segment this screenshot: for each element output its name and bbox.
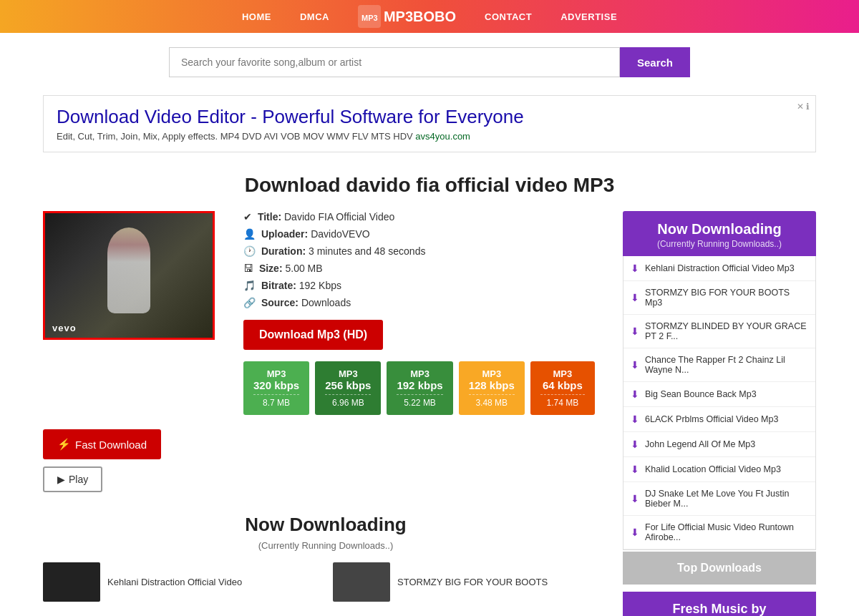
sidebar-item-1[interactable]: ⬇ STORMZY BIG FOR YOUR BOOTS Mp3	[623, 281, 815, 315]
ad-subtitle: Edit, Cut, Trim, Join, Mix, Apply effect…	[57, 131, 802, 142]
title-icon: ✔	[243, 211, 252, 223]
right-sidebar: Now Downloading (Currently Running Downl…	[623, 211, 816, 616]
download-icon-8: ⬇	[631, 493, 639, 504]
sidebar-item-3[interactable]: ⬇ Chance The Rapper Ft 2 Chainz Lil Wayn…	[623, 348, 815, 382]
duration-icon: 🕐	[243, 245, 256, 257]
sidebar-item-5[interactable]: ⬇ 6LACK Prblms Official Video Mp3	[623, 407, 815, 432]
download-icon-9: ⬇	[631, 527, 639, 538]
sidebar-item-label-9: For Life Official Music Video Runtown Af…	[645, 522, 808, 542]
track-bitrate-row: 🎵 Bitrate: 192 Kbps	[243, 280, 608, 291]
bitrate-192-format: MP3	[397, 368, 442, 379]
main-title: Download davido fia official video MP3	[0, 174, 859, 197]
sidebar-item-label-0: Kehlani Distraction Official Video Mp3	[645, 263, 795, 273]
bitrate-icon: 🎵	[243, 280, 256, 291]
bitrate-256-size: 6.96 MB	[325, 394, 371, 408]
nav-contact[interactable]: CONTACT	[485, 11, 532, 22]
bitrate-192-button[interactable]: MP3 192 kbps 5.22 MB	[387, 361, 452, 415]
play-icon: ▶	[57, 474, 65, 485]
fast-download-button[interactable]: ⚡ Fast Download	[43, 429, 161, 459]
sidebar-item-8[interactable]: ⬇ DJ Snake Let Me Love You Ft Justin Bie…	[623, 482, 815, 516]
bitrate-128-format: MP3	[469, 368, 515, 379]
download-icon-3: ⬇	[631, 359, 639, 371]
bitrate-128-size: 3.48 MB	[469, 394, 515, 408]
logo-icon: MP3	[358, 5, 381, 28]
sidebar-item-label-3: Chance The Rapper Ft 2 Chainz Lil Wayne …	[645, 355, 808, 375]
download-hd-button[interactable]: Download Mp3 (HD)	[243, 320, 383, 350]
sidebar-now-downloading-title: Now Downloading	[630, 221, 809, 238]
action-buttons: ⚡ Fast Download ▶ Play	[43, 429, 608, 492]
ad-banner: ✕ ℹ Download Video Editor - Powerful Sof…	[43, 95, 816, 152]
track-title-row: ✔ Title: Davido FIA Official Video	[243, 211, 608, 223]
thumbnail-inner: vevo	[45, 213, 213, 338]
top-downloads-button[interactable]: Top Downloads	[623, 552, 816, 585]
track-source-row: 🔗 Source: Downloads	[243, 297, 608, 308]
bottom-thumb-1	[43, 562, 100, 602]
logo[interactable]: MP3 MP3BOBO	[358, 5, 456, 28]
sidebar-item-label-2: STORMZY BLINDED BY YOUR GRACE PT 2 F...	[645, 321, 808, 341]
download-icon-4: ⬇	[631, 388, 639, 400]
sidebar-item-label-1: STORMZY BIG FOR YOUR BOOTS Mp3	[645, 288, 808, 308]
logo-text: MP3BOBO	[384, 9, 456, 25]
nav-dmca[interactable]: DMCA	[300, 11, 329, 22]
sidebar-item-9[interactable]: ⬇ For Life Official Music Video Runtown …	[623, 516, 815, 549]
left-panel: vevo ✔ Title: Davido FIA Official Video …	[43, 211, 608, 616]
size-icon: 🖫	[243, 263, 253, 274]
sidebar-item-0[interactable]: ⬇ Kehlani Distraction Official Video Mp3	[623, 256, 815, 281]
bottom-item-1: Kehlani Distraction Official Video	[43, 562, 319, 602]
bitrate-256-kbps: 256 kbps	[325, 379, 371, 391]
track-duration-row: 🕐 Duration: 3 minutes and 48 seconds	[243, 245, 608, 257]
sidebar-list: ⬇ Kehlani Distraction Official Video Mp3…	[623, 256, 816, 550]
sidebar-item-label-4: Big Sean Bounce Back Mp3	[645, 389, 757, 399]
nav: HOME DMCA MP3 MP3BOBO CONTACT ADVERTISE	[242, 5, 617, 28]
source-icon: 🔗	[243, 297, 256, 308]
now-downloading-section: Now Downloading (Currently Running Downl…	[43, 514, 608, 602]
bottom-thumb-2	[333, 562, 390, 602]
sidebar-item-6[interactable]: ⬇ John Legend All Of Me Mp3	[623, 432, 815, 457]
download-icon-2: ⬇	[631, 326, 639, 337]
bottom-list: Kehlani Distraction Official Video STORM…	[43, 562, 608, 602]
now-downloading-subtitle: (Currently Running Downloads..)	[43, 540, 608, 551]
sidebar-now-downloading-box: Now Downloading (Currently Running Downl…	[623, 211, 816, 256]
nav-home[interactable]: HOME	[242, 11, 271, 22]
bitrate-64-format: MP3	[540, 368, 585, 379]
bitrate-64-button[interactable]: MP3 64 kbps 1.74 MB	[530, 361, 595, 415]
ad-url[interactable]: avs4you.com	[415, 131, 470, 142]
svg-text:MP3: MP3	[361, 14, 378, 22]
ad-title: Download Video Editor - Powerful Softwar…	[57, 106, 802, 128]
search-input[interactable]	[169, 47, 620, 77]
content-wrapper: vevo ✔ Title: Davido FIA Official Video …	[43, 211, 816, 616]
sidebar-item-2[interactable]: ⬇ STORMZY BLINDED BY YOUR GRACE PT 2 F..…	[623, 315, 815, 348]
search-button[interactable]: Search	[620, 47, 690, 77]
header: HOME DMCA MP3 MP3BOBO CONTACT ADVERTISE	[0, 0, 859, 33]
bitrate-192-kbps: 192 kbps	[397, 379, 442, 391]
bitrate-320-button[interactable]: MP3 320 kbps 8.7 MB	[243, 361, 309, 415]
bitrate-128-button[interactable]: MP3 128 kbps 3.48 MB	[459, 361, 525, 415]
info-top: vevo ✔ Title: Davido FIA Official Video …	[43, 211, 608, 415]
track-size-row: 🖫 Size: 5.00 MB	[243, 263, 608, 274]
bitrate-192-size: 5.22 MB	[397, 394, 442, 408]
bitrate-320-size: 8.7 MB	[253, 394, 299, 408]
download-icon-7: ⬇	[631, 464, 639, 475]
sidebar-item-label-8: DJ Snake Let Me Love You Ft Justin Biebe…	[645, 489, 808, 509]
bitrate-256-button[interactable]: MP3 256 kbps 6.96 MB	[315, 361, 381, 415]
bitrate-128-kbps: 128 kbps	[469, 379, 515, 391]
sidebar-item-label-6: John Legend All Of Me Mp3	[645, 439, 755, 449]
track-info: ✔ Title: Davido FIA Official Video 👤 Upl…	[243, 211, 608, 415]
bitrate-options: MP3 320 kbps 8.7 MB MP3 256 kbps 6.96 MB…	[243, 361, 608, 415]
download-icon-6: ⬇	[631, 439, 639, 450]
play-button[interactable]: ▶ Play	[43, 466, 102, 492]
sidebar-item-4[interactable]: ⬇ Big Sean Bounce Back Mp3	[623, 382, 815, 407]
download-icon-0: ⬇	[631, 263, 639, 274]
fresh-music-box: Fresh Music by	[623, 592, 816, 616]
vevo-label: vevo	[52, 323, 77, 333]
bitrate-320-format: MP3	[253, 368, 299, 379]
search-bar: Search	[0, 33, 859, 88]
nav-advertise[interactable]: ADVERTISE	[560, 11, 617, 22]
sidebar-item-7[interactable]: ⬇ Khalid Location Official Video Mp3	[623, 457, 815, 482]
sidebar-item-label-7: Khalid Location Official Video Mp3	[645, 464, 781, 474]
bottom-item-2: STORMZY BIG FOR YOUR BOOTS	[333, 562, 608, 602]
sidebar-now-downloading-subtitle: (Currently Running Downloads..)	[630, 239, 809, 249]
ad-close-button[interactable]: ✕ ℹ	[797, 102, 810, 112]
bottom-item-title-1: Kehlani Distraction Official Video	[107, 577, 242, 587]
bitrate-320-kbps: 320 kbps	[253, 379, 299, 391]
